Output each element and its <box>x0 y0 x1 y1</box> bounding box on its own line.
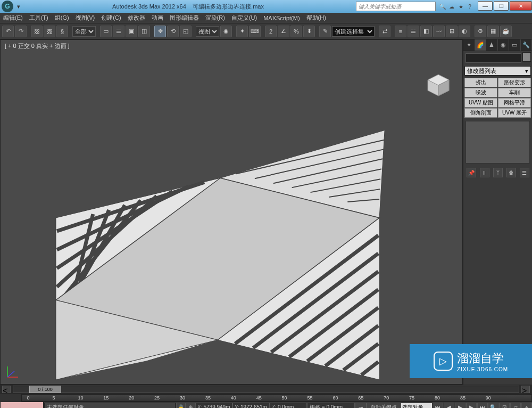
menu-customize[interactable]: 自定义(U) <box>228 14 260 22</box>
search-go-icon[interactable]: 🔍 <box>439 3 446 10</box>
graphite-button[interactable]: ◧ <box>420 26 432 37</box>
select-move-button[interactable]: ✥ <box>154 26 166 37</box>
modifier-stack[interactable] <box>466 121 530 164</box>
menu-edit[interactable]: 编辑(E) <box>0 14 26 22</box>
viewport-canvas[interactable] <box>1 40 462 384</box>
align-button[interactable]: ≡ <box>395 26 406 37</box>
ref-coord-system[interactable]: 视图 <box>196 26 219 37</box>
menu-graph[interactable]: 图形编辑器 <box>167 14 202 22</box>
bind-spacewarp-button[interactable]: § <box>56 26 68 37</box>
menu-create[interactable]: 创建(C) <box>98 14 124 22</box>
viewport-label[interactable]: [ + 0 正交 0 真实 + 边面 ] <box>5 42 70 50</box>
close-button[interactable]: ✕ <box>510 1 532 11</box>
redo-button[interactable]: ↷ <box>15 26 27 37</box>
show-end-result-icon[interactable]: Ⅱ <box>480 168 489 177</box>
unlink-button[interactable]: ⛓̸ <box>44 26 55 37</box>
mod-btn-1[interactable]: 路径变形 <box>498 78 531 87</box>
snap-2d-button[interactable]: 2 <box>265 26 277 37</box>
snap-angle-button[interactable]: ∠ <box>278 26 289 37</box>
layers-button[interactable]: ☱ <box>408 26 419 37</box>
time-slider-right-button[interactable]: > <box>521 386 530 393</box>
undo-button[interactable]: ↶ <box>2 26 14 37</box>
pin-stack-icon[interactable]: 📌 <box>467 168 476 177</box>
menu-tools[interactable]: 工具(T) <box>26 14 52 22</box>
select-rotate-button[interactable]: ⟲ <box>167 26 179 37</box>
maximize-button[interactable]: ☐ <box>494 1 509 11</box>
mod-btn-3[interactable]: 车削 <box>498 88 531 97</box>
pivot-center-button[interactable]: ◉ <box>220 26 232 37</box>
selection-filter[interactable]: 全部 <box>72 26 96 37</box>
select-name-button[interactable]: ☰ <box>113 26 124 37</box>
selected-dropdown[interactable]: 选定对象 <box>401 403 433 409</box>
render-frame-button[interactable]: ▦ <box>487 26 499 37</box>
utilities-tab-icon[interactable]: 🔧 <box>521 39 533 51</box>
material-editor-button[interactable]: ◐ <box>459 26 470 37</box>
menu-views[interactable]: 视图(V) <box>72 14 98 22</box>
cloud-icon[interactable]: ☁ <box>448 3 455 10</box>
window-crossing-button[interactable]: ◫ <box>138 26 150 37</box>
mirror-button[interactable]: ⇄ <box>379 26 390 37</box>
prev-frame-button[interactable]: ◀ <box>444 403 454 409</box>
goto-end-button[interactable]: ⏭ <box>477 403 488 409</box>
star-icon[interactable]: ★ <box>457 3 464 10</box>
play-button[interactable]: ▶ <box>455 403 466 409</box>
select-scale-button[interactable]: ◱ <box>180 26 192 37</box>
time-slider-handle[interactable]: 0 / 100 <box>29 386 61 393</box>
curve-editor-button[interactable]: 〰 <box>433 26 445 37</box>
edit-named-sel-button[interactable]: ✎ <box>319 26 331 37</box>
modifier-list-dropdown[interactable]: 修改器列表▾ <box>464 66 531 76</box>
mod-btn-6[interactable]: 倒角剖面 <box>464 108 497 118</box>
remove-mod-icon[interactable]: 🗑 <box>506 168 516 177</box>
create-tab-icon[interactable]: ✦ <box>463 39 475 51</box>
next-frame-button[interactable]: ▶ <box>466 403 477 409</box>
select-button[interactable]: ▭ <box>100 26 112 37</box>
time-slider-track[interactable]: 0 / 100 <box>13 386 519 393</box>
goto-start-button[interactable]: ⏮ <box>433 403 443 409</box>
y-coord-field[interactable]: Y:1972.651m <box>232 403 270 409</box>
mod-btn-5[interactable]: 网格平滑 <box>498 98 531 108</box>
minimize-button[interactable]: — <box>478 1 493 11</box>
track-bar-toggle[interactable] <box>0 394 21 402</box>
object-name-field[interactable] <box>466 53 521 63</box>
motion-tab-icon[interactable]: ◉ <box>498 39 510 51</box>
menu-group[interactable]: 组(G) <box>52 14 72 22</box>
mod-btn-7[interactable]: UVW 展开 <box>498 108 531 118</box>
make-unique-icon[interactable]: ᛉ <box>493 168 503 177</box>
mod-btn-4[interactable]: UVW 贴图 <box>464 98 497 108</box>
menu-maxscript[interactable]: MAXScript(M) <box>260 15 303 21</box>
keyboard-shortcut-button[interactable]: ⌨ <box>249 26 261 37</box>
fov-button[interactable]: ▱ <box>510 403 521 409</box>
configure-sets-icon[interactable]: ☰ <box>520 168 529 177</box>
named-selection-set[interactable]: 创建选择集 <box>332 26 375 37</box>
manipulate-button[interactable]: ✦ <box>236 26 248 37</box>
mod-btn-0[interactable]: 挤出 <box>464 78 497 87</box>
search-input[interactable] <box>356 2 436 11</box>
x-coord-field[interactable]: X:5739.949m <box>195 403 232 409</box>
key-mode-icon[interactable]: ⊸ <box>355 403 367 409</box>
absolute-transform-icon[interactable]: ⊕ <box>186 403 195 409</box>
render-button[interactable]: ☕ <box>500 26 512 37</box>
viewport[interactable]: [ + 0 正交 0 真实 + 边面 ] <box>0 39 463 385</box>
autokey-button[interactable]: 自动关键点 <box>367 403 401 409</box>
schematic-button[interactable]: ⊞ <box>446 26 458 37</box>
zoom-extents-button[interactable]: ⌖ <box>521 403 532 409</box>
display-tab-icon[interactable]: ▭ <box>509 39 521 51</box>
zoom-button[interactable]: 🔍 <box>488 403 498 409</box>
z-coord-field[interactable]: Z:0.0mm <box>270 403 307 409</box>
link-button[interactable]: ⛓ <box>31 26 43 37</box>
select-region-button[interactable]: ▣ <box>126 26 137 37</box>
help-icon[interactable]: ? <box>466 3 473 10</box>
snap-percent-button[interactable]: % <box>290 26 302 37</box>
menu-help[interactable]: 帮助(H) <box>303 14 329 22</box>
modify-tab-icon[interactable]: 🌈 <box>475 39 487 51</box>
viewcube[interactable] <box>425 72 452 99</box>
lock-selection-icon[interactable]: 🔒 <box>176 403 186 409</box>
object-color-swatch[interactable] <box>522 52 531 62</box>
maxscript-mini-listener[interactable] <box>0 402 44 408</box>
time-slider-left-button[interactable]: < <box>2 386 11 393</box>
menu-modifiers[interactable]: 修改器 <box>124 14 148 22</box>
menu-rendering[interactable]: 渲染(R) <box>202 14 228 22</box>
menu-animation[interactable]: 动画 <box>148 14 167 22</box>
track-ruler[interactable]: 0 5 10 15 20 25 30 35 40 45 50 55 60 65 … <box>21 394 532 402</box>
mod-btn-2[interactable]: 噪波 <box>464 88 497 97</box>
